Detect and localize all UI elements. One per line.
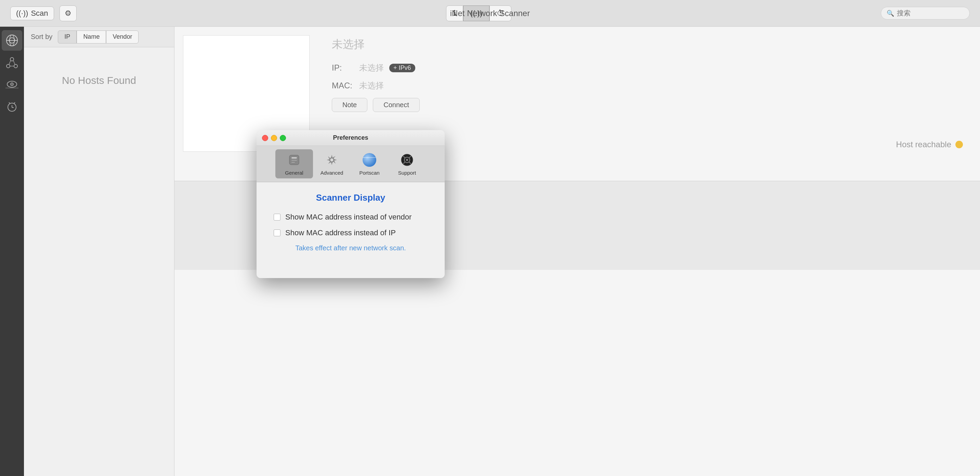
svg-rect-21: [291, 160, 297, 161]
checkbox-row-mac-ip: Show MAC address instead of IP: [274, 228, 428, 237]
portscan-tab-icon: [361, 152, 377, 168]
close-button[interactable]: [262, 135, 268, 141]
tab-portscan[interactable]: Portscan: [351, 149, 388, 179]
minimize-button[interactable]: [271, 135, 277, 141]
svg-point-26: [406, 159, 408, 161]
general-tab-icon: [286, 152, 302, 168]
advanced-tab-icon: [324, 152, 340, 168]
preferences-titlebar: Preferences: [256, 130, 445, 146]
svg-point-23: [330, 158, 334, 162]
tab-advanced[interactable]: Advanced: [313, 149, 351, 179]
maximize-button[interactable]: [280, 135, 286, 141]
traffic-lights: [262, 135, 286, 141]
tab-general[interactable]: General: [275, 149, 313, 179]
tab-advanced-label: Advanced: [320, 170, 344, 176]
preferences-note: Takes effect after new network scan.: [274, 244, 428, 252]
modal-overlay: Preferences General: [0, 0, 980, 476]
support-tab-icon: [399, 152, 415, 168]
checkbox-mac-vendor-label: Show MAC address instead of vendor: [285, 212, 412, 222]
tab-support[interactable]: Support: [388, 149, 426, 179]
checkbox-mac-vendor[interactable]: [274, 214, 280, 220]
checkbox-mac-ip-label: Show MAC address instead of IP: [285, 228, 396, 237]
tab-portscan-label: Portscan: [359, 170, 379, 176]
tab-support-label: Support: [398, 170, 416, 176]
svg-rect-22: [291, 162, 295, 163]
preferences-content: Scanner Display Show MAC address instead…: [256, 182, 445, 278]
preferences-title: Preferences: [333, 134, 368, 141]
svg-rect-20: [291, 157, 297, 158]
tab-general-label: General: [285, 170, 303, 176]
checkbox-row-mac-vendor: Show MAC address instead of vendor: [274, 212, 428, 222]
preferences-tabs: General Advanc: [256, 146, 445, 182]
checkbox-mac-ip[interactable]: [274, 230, 280, 236]
preferences-window: Preferences General: [256, 130, 445, 278]
section-title: Scanner Display: [274, 192, 428, 203]
